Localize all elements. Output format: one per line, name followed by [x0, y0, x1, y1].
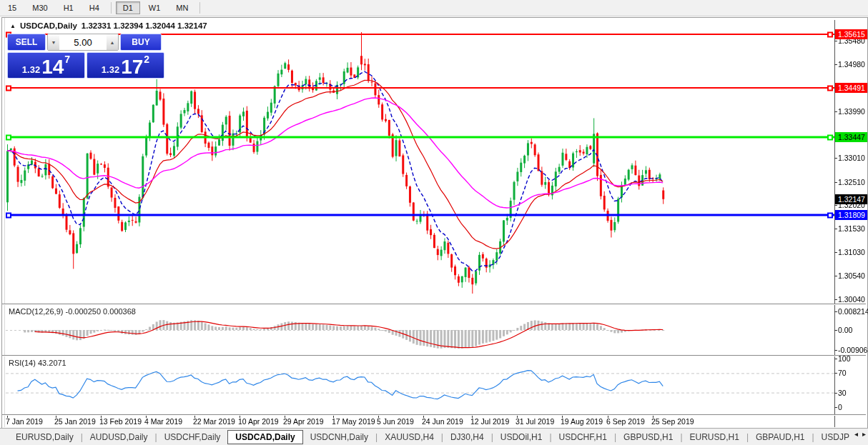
chart-tab-eurusd-h1[interactable]: EURUSD,H1 [683, 430, 746, 444]
buy-price-prefix: 1.32 [102, 64, 119, 75]
trading-terminal: 15M30H1H4D1W1MN ▲ USDCAD,Daily 1.32331 1… [0, 0, 868, 445]
sell-price-box[interactable]: 1.32 14 7 [7, 52, 85, 79]
chart-tab-gbpaud-h1[interactable]: GBPAUD,H1 [749, 430, 812, 444]
chart-tab-usdoil-h1[interactable]: USDOil,H1 [493, 430, 550, 444]
macd-rsi-separator[interactable] [2, 355, 866, 356]
rsi-label: RSI(14) 43.2071 [9, 359, 66, 367]
chart-tab-usdcnh-daily[interactable]: USDCNH,Daily [303, 430, 375, 444]
sell-price-pip: 7 [64, 54, 70, 65]
collapse-arrow-icon[interactable]: ▲ [10, 23, 16, 29]
tab-scroll-arrows: ◂ ▸ [854, 430, 866, 438]
chart-tab-bar: EURUSD,Daily|AUDUSD,Daily|USDCHF,DailyUS… [0, 428, 868, 445]
volume-increase-button[interactable]: ▲ [107, 34, 118, 50]
chart-ohlc-values: 1.32331 1.32394 1.32044 1.32147 [82, 21, 207, 30]
sell-button[interactable]: SELL [7, 34, 46, 51]
chart-tab-usdchf-daily[interactable]: USDCHF,Daily [157, 430, 228, 444]
one-click-trade-panel: SELL ▼ 5.00 ▲ BUY 1.32 14 7 1.32 17 2 [7, 34, 164, 79]
chart-tab-usdchf-h1[interactable]: USDCHF,H1 [552, 430, 614, 444]
buy-price-big: 17 [121, 57, 143, 77]
chart-tab-gbpusd-h1[interactable]: GBPUSD,H1 [616, 430, 680, 444]
chart-tab-xauusd-h4[interactable]: XAUUSD,H4 [378, 430, 441, 444]
chart-tab-usdjp[interactable]: USDJP [814, 430, 857, 444]
chart-tab-audusd-daily[interactable]: AUDUSD,Daily [83, 430, 155, 444]
sell-price-prefix: 1.32 [22, 64, 40, 75]
tab-scroll-left-icon[interactable]: ◂ [854, 430, 858, 438]
sell-price-big: 14 [41, 57, 64, 77]
macd-label: MACD(12,26,9) -0.000250 0.000368 [9, 307, 136, 316]
volume-spinner: ▼ 5.00 ▲ [47, 34, 119, 51]
volume-decrease-button[interactable]: ▼ [48, 34, 59, 50]
chart-tab-usdcad-daily[interactable]: USDCAD,Daily [227, 430, 302, 444]
chart-title: USDCAD,Daily [20, 21, 77, 30]
rsi-dateaxis-separator [2, 414, 866, 416]
volume-input[interactable]: 5.00 [59, 34, 107, 50]
buy-price-pip: 2 [144, 54, 149, 65]
chart-title-bar: ▲ USDCAD,Daily 1.32331 1.32394 1.32044 1… [10, 21, 207, 31]
buy-button[interactable]: BUY [120, 34, 162, 51]
chart-tab-dj30-h4[interactable]: DJ30,H4 [443, 430, 491, 444]
chart-tab-eurusd-daily[interactable]: EURUSD,Daily [9, 430, 81, 444]
main-macd-separator[interactable] [2, 304, 866, 305]
tab-scroll-right-icon[interactable]: ▸ [862, 430, 866, 438]
buy-price-box[interactable]: 1.32 17 2 [87, 52, 164, 79]
